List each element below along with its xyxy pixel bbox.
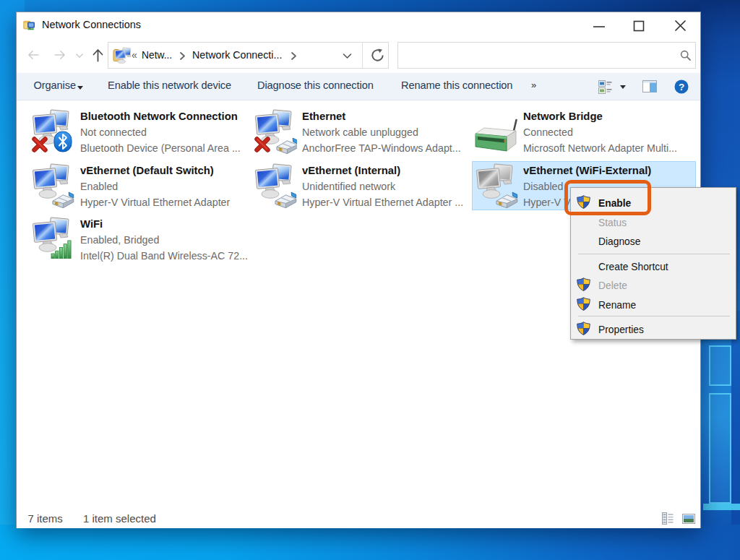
svg-text:?: ? <box>679 82 684 92</box>
